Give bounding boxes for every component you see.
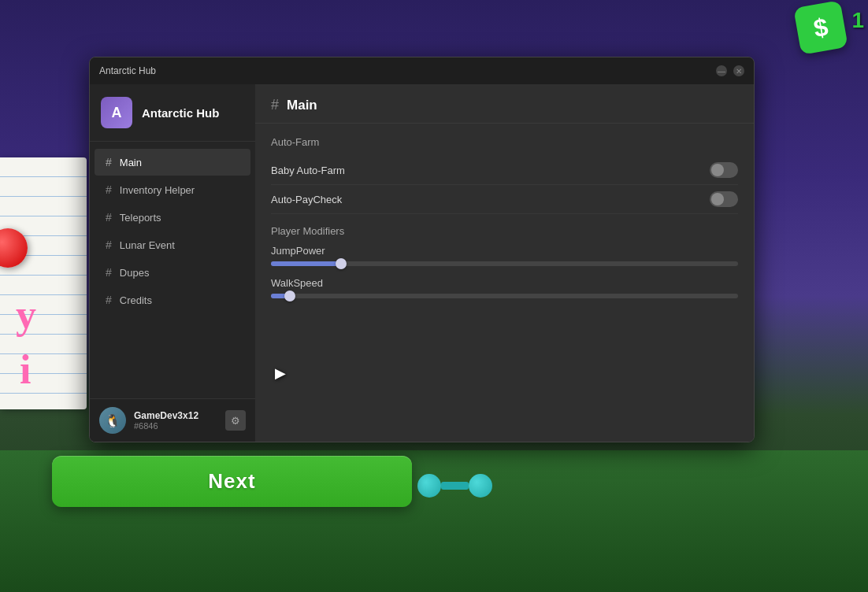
user-avatar: 🐧 bbox=[99, 407, 126, 434]
titlebar-controls: — ✕ bbox=[716, 65, 744, 76]
dumbbell-bar bbox=[441, 482, 469, 490]
paper-decoration bbox=[0, 157, 87, 409]
sidebar-item-main-label: Main bbox=[120, 157, 142, 168]
sidebar-item-lunar-label: Lunar Event bbox=[120, 239, 175, 251]
auto-paycheck-toggle[interactable] bbox=[710, 191, 738, 207]
main-window: Antarctic Hub — ✕ A Antarctic Hub # bbox=[89, 57, 755, 442]
walk-speed-track[interactable] bbox=[271, 294, 738, 298]
sidebar-item-dupes-label: Dupes bbox=[120, 267, 150, 279]
content-area: # Main Auto-Farm Baby Auto-Farm Auto-Pay… bbox=[255, 84, 754, 442]
auto-paycheck-row: Auto-PayCheck bbox=[271, 185, 738, 214]
user-id: #6846 bbox=[134, 421, 217, 431]
hash-icon-credits: # bbox=[106, 294, 112, 306]
walk-speed-thumb[interactable] bbox=[284, 290, 295, 302]
dumbbell-weight-right bbox=[469, 474, 492, 498]
nav-items: # Main # Inventory Helper # Teleports # … bbox=[90, 142, 255, 398]
sidebar-item-credits[interactable]: # Credits bbox=[95, 287, 250, 313]
sidebar-item-main[interactable]: # Main bbox=[95, 149, 250, 176]
close-button[interactable]: ✕ bbox=[733, 65, 744, 76]
baby-auto-farm-knob bbox=[711, 164, 724, 176]
dumbbell-weight-left bbox=[417, 474, 441, 498]
baby-auto-farm-row: Baby Auto-Farm bbox=[271, 156, 738, 185]
jump-power-label: JumpPower bbox=[271, 245, 738, 257]
hash-icon-inventory: # bbox=[106, 183, 112, 196]
dumbbell-decoration bbox=[417, 474, 492, 498]
letter-i-decoration: i bbox=[20, 346, 31, 393]
hub-title: Antarctic Hub bbox=[142, 106, 219, 120]
username: GameDev3x12 bbox=[134, 410, 217, 421]
minimize-button[interactable]: — bbox=[716, 65, 727, 76]
settings-button[interactable]: ⚙ bbox=[225, 410, 246, 431]
hash-icon-teleports: # bbox=[106, 211, 112, 224]
sidebar-header: A Antarctic Hub bbox=[90, 84, 255, 142]
sidebar-item-inventory-helper[interactable]: # Inventory Helper bbox=[95, 176, 250, 203]
next-button[interactable]: Next bbox=[52, 456, 412, 507]
content-title: Main bbox=[287, 98, 317, 113]
content-header: # Main bbox=[255, 84, 754, 124]
jump-power-fill bbox=[271, 261, 341, 266]
auto-farm-section-label: Auto-Farm bbox=[271, 136, 738, 148]
user-avatar-inner: 🐧 bbox=[99, 407, 126, 434]
player-modifiers-section: Player Modifiers JumpPower WalkSpeed bbox=[271, 225, 738, 298]
window-body: A Antarctic Hub # Main # Inventory Helpe… bbox=[90, 84, 754, 442]
hash-icon-lunar: # bbox=[106, 239, 112, 251]
auto-paycheck-knob bbox=[711, 193, 724, 205]
player-modifiers-label: Player Modifiers bbox=[271, 225, 738, 237]
baby-auto-farm-toggle[interactable] bbox=[710, 162, 738, 178]
gear-icon: ⚙ bbox=[231, 415, 240, 427]
titlebar: Antarctic Hub — ✕ bbox=[90, 57, 754, 84]
user-info: GameDev3x12 #6846 bbox=[134, 410, 217, 431]
dollar-count: 1 bbox=[851, 8, 864, 33]
baby-auto-farm-label: Baby Auto-Farm bbox=[271, 165, 345, 176]
hash-icon-main: # bbox=[106, 156, 112, 168]
sidebar-item-dupes[interactable]: # Dupes bbox=[95, 259, 250, 286]
walk-speed-row: WalkSpeed bbox=[271, 277, 738, 298]
letter-y-decoration: y bbox=[16, 291, 36, 338]
sidebar: A Antarctic Hub # Main # Inventory Helpe… bbox=[90, 84, 255, 442]
next-button-label: Next bbox=[208, 469, 255, 494]
sidebar-item-teleports-label: Teleports bbox=[120, 212, 161, 224]
jump-power-thumb[interactable] bbox=[336, 258, 347, 269]
titlebar-title: Antarctic Hub bbox=[99, 65, 156, 76]
auto-paycheck-label: Auto-PayCheck bbox=[271, 194, 342, 205]
jump-power-row: JumpPower bbox=[271, 245, 738, 266]
sidebar-footer: 🐧 GameDev3x12 #6846 ⚙ bbox=[90, 398, 255, 442]
content-body: Auto-Farm Baby Auto-Farm Auto-PayCheck bbox=[255, 124, 754, 322]
content-hash-icon: # bbox=[271, 97, 279, 113]
sidebar-item-teleports[interactable]: # Teleports bbox=[95, 204, 250, 231]
sidebar-item-credits-label: Credits bbox=[120, 294, 152, 306]
sidebar-item-inventory-label: Inventory Helper bbox=[120, 184, 195, 196]
jump-power-track[interactable] bbox=[271, 261, 738, 266]
sidebar-item-lunar-event[interactable]: # Lunar Event bbox=[95, 231, 250, 258]
walk-speed-label: WalkSpeed bbox=[271, 277, 738, 289]
avatar: A bbox=[101, 97, 132, 128]
hash-icon-dupes: # bbox=[106, 266, 112, 279]
dollar-symbol: $ bbox=[811, 12, 830, 43]
dollar-badge: $ bbox=[793, 0, 848, 55]
